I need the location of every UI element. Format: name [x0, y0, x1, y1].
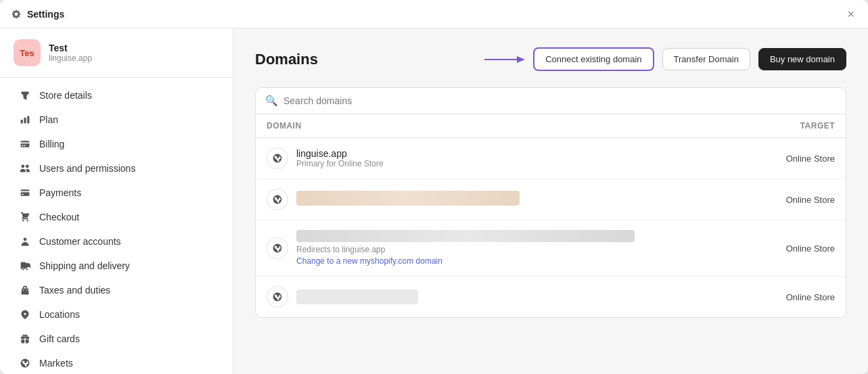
- buy-new-domain-button[interactable]: Buy new domain: [758, 48, 846, 70]
- sidebar-label-payments: Payments: [39, 187, 81, 198]
- sidebar-item-users-permissions[interactable]: Users and permissions: [5, 156, 227, 181]
- blurred-domain-name: [296, 191, 520, 206]
- domain-info: linguise.app Primary for Online Store: [296, 148, 713, 168]
- plan-icon: [19, 114, 31, 126]
- table-row[interactable]: Online Store: [256, 277, 846, 317]
- sidebar-label-checkout: Checkout: [39, 212, 79, 223]
- search-bar: 🔍: [256, 88, 846, 114]
- globe-icon: [267, 147, 288, 169]
- sidebar-item-checkout[interactable]: Checkout: [5, 205, 227, 229]
- sidebar-item-gift-cards[interactable]: Gift cards: [5, 327, 227, 351]
- table-row[interactable]: Online Store: [256, 179, 846, 220]
- profile-domain: linguise.app: [49, 53, 92, 63]
- target-text: Online Store: [713, 292, 835, 302]
- domain-name: linguise.app: [296, 148, 713, 159]
- sidebar-item-shipping[interactable]: Shipping and delivery: [5, 254, 227, 278]
- col-header-target: Target: [713, 121, 835, 131]
- target-text: Online Store: [713, 154, 835, 164]
- customer-icon: [19, 235, 31, 248]
- sidebar-item-markets[interactable]: Markets: [5, 351, 227, 374]
- checkout-icon: [19, 211, 31, 223]
- domain-info: [296, 289, 713, 304]
- markets-icon: [19, 357, 31, 369]
- sidebar-label-plan: Plan: [39, 114, 58, 125]
- sidebar-label-taxes: Taxes and duties: [39, 285, 110, 296]
- search-icon: 🔍: [265, 95, 278, 107]
- connect-existing-button[interactable]: Connect existing domain: [533, 47, 654, 71]
- sidebar-item-plan[interactable]: Plan: [5, 108, 227, 132]
- profile-section: Tes Test linguise.app: [0, 28, 233, 78]
- arrow-annotation: [484, 53, 525, 66]
- table-row[interactable]: Redirects to linguise.app Change to a ne…: [256, 220, 846, 277]
- profile-info: Test linguise.app: [49, 43, 92, 63]
- domain-info: [296, 191, 713, 208]
- billing-icon: [19, 138, 31, 150]
- globe-icon: [267, 286, 288, 308]
- taxes-icon: [19, 284, 31, 296]
- blurred-domain-name: [296, 230, 635, 242]
- main-content: Domains Connect existing domain Transfer…: [233, 28, 868, 374]
- search-input[interactable]: [283, 95, 836, 106]
- users-icon: [19, 162, 31, 174]
- avatar: Tes: [14, 39, 41, 66]
- annotation-arrow: [484, 53, 525, 66]
- target-text: Online Store: [713, 195, 835, 205]
- sidebar-label-customer: Customer accounts: [39, 236, 121, 247]
- sidebar-label-gift: Gift cards: [39, 333, 80, 344]
- close-button[interactable]: ×: [844, 5, 857, 23]
- svg-marker-1: [517, 56, 525, 63]
- sidebar-label-users: Users and permissions: [39, 163, 135, 174]
- store-icon: [19, 89, 31, 101]
- domain-info: Redirects to linguise.app Change to a ne…: [296, 230, 713, 266]
- sidebar-label-store-details: Store details: [39, 90, 92, 101]
- col-header-domain: Domain: [267, 121, 713, 131]
- title-bar: Settings ×: [0, 0, 868, 28]
- sidebar-label-locations: Locations: [39, 309, 80, 320]
- body: Tes Test linguise.app Store details: [0, 28, 868, 374]
- domain-sub: Primary for Online Store: [296, 159, 713, 168]
- page-title: Domains: [255, 51, 318, 68]
- table-row[interactable]: linguise.app Primary for Online Store On…: [256, 138, 846, 179]
- target-text: Online Store: [713, 243, 835, 254]
- sidebar-item-locations[interactable]: Locations: [5, 302, 227, 327]
- sidebar-item-store-details[interactable]: Store details: [5, 83, 227, 108]
- table-header: Domain Target: [256, 114, 846, 138]
- blurred-domain-name: [296, 289, 418, 304]
- domains-table-container: 🔍 Domain Target linguise.app: [255, 87, 846, 318]
- domain-table: Domain Target linguise.app Primary for O…: [256, 114, 846, 317]
- globe-icon: [267, 189, 288, 210]
- sidebar-item-customer-accounts[interactable]: Customer accounts: [5, 229, 227, 254]
- sidebar-label-shipping: Shipping and delivery: [39, 260, 130, 271]
- sidebar-item-payments[interactable]: Payments: [5, 181, 227, 205]
- sidebar-item-taxes[interactable]: Taxes and duties: [5, 278, 227, 302]
- nav-list: Store details Plan Billing: [0, 78, 233, 374]
- shipping-icon: [19, 260, 31, 272]
- sidebar-item-billing[interactable]: Billing: [5, 132, 227, 156]
- domain-redirect: Redirects to linguise.app: [296, 245, 713, 254]
- transfer-domain-button[interactable]: Transfer Domain: [662, 48, 750, 70]
- payments-icon: [19, 187, 31, 199]
- window-title: Settings: [27, 9, 64, 20]
- globe-icon: [267, 237, 288, 259]
- settings-window: Settings × Tes Test linguise.app Store d…: [0, 0, 868, 374]
- main-header: Domains Connect existing domain Transfer…: [255, 47, 846, 71]
- gift-icon: [19, 333, 31, 345]
- sidebar-label-markets: Markets: [39, 358, 73, 369]
- sidebar: Tes Test linguise.app Store details: [0, 28, 233, 374]
- location-icon: [19, 308, 31, 321]
- settings-gear-icon: [11, 9, 22, 20]
- change-domain-link[interactable]: Change to a new myshopify.com domain: [296, 256, 442, 266]
- sidebar-label-billing: Billing: [39, 139, 64, 149]
- profile-name: Test: [49, 43, 92, 53]
